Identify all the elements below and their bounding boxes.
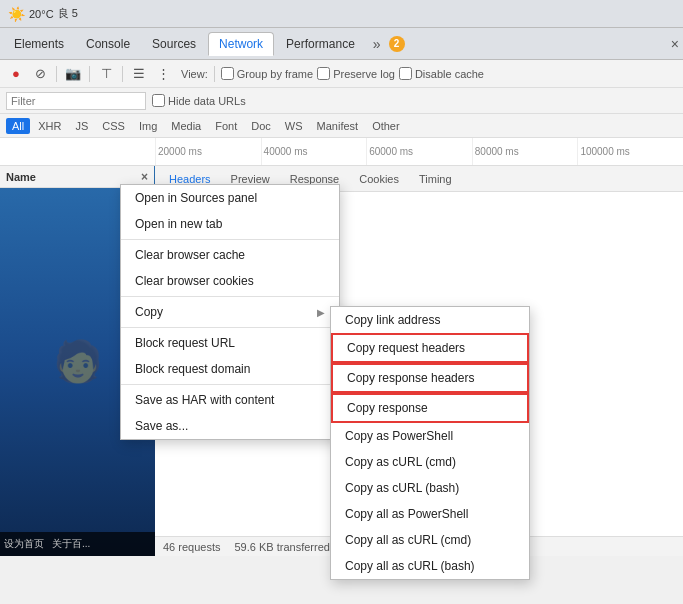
preserve-log-checkbox[interactable] (317, 67, 330, 80)
menu-open-new-tab[interactable]: Open in new tab (121, 211, 339, 237)
stop-button[interactable]: ⊘ (30, 64, 50, 84)
type-doc[interactable]: Doc (245, 118, 277, 134)
weather-temp: 20°C (29, 8, 54, 20)
menu-open-sources-label: Open in Sources panel (135, 191, 257, 205)
devtools-tab-bar: Elements Console Sources Network Perform… (0, 28, 683, 60)
type-manifest[interactable]: Manifest (311, 118, 365, 134)
submenu-copy-powershell[interactable]: Copy as PowerShell (331, 423, 529, 449)
submenu-copy-curl-cmd[interactable]: Copy as cURL (cmd) (331, 449, 529, 475)
preserve-log-option[interactable]: Preserve log (317, 67, 395, 80)
menu-block-domain-label: Block request domain (135, 362, 250, 376)
menu-copy[interactable]: Copy ▶ (121, 299, 339, 325)
menu-open-sources[interactable]: Open in Sources panel (121, 185, 339, 211)
submenu-copy-curl-cmd-label: Copy as cURL (cmd) (345, 455, 456, 469)
filter-button[interactable]: ⊤ (96, 64, 116, 84)
type-img[interactable]: Img (133, 118, 163, 134)
more-tabs-button[interactable]: » (367, 34, 387, 54)
filter-bar: Hide data URLs (0, 88, 683, 114)
menu-separator-4 (121, 384, 339, 385)
waterfall-view-button[interactable]: ⋮ (153, 64, 173, 84)
menu-block-domain[interactable]: Block request domain (121, 356, 339, 382)
tab-timing[interactable]: Timing (409, 169, 462, 191)
submenu-copy-powershell-label: Copy as PowerShell (345, 429, 453, 443)
timeline-bar: 20000 ms 40000 ms 60000 ms 80000 ms 1000… (0, 138, 683, 166)
requests-count: 46 requests (163, 541, 220, 553)
toolbar-separator-3 (122, 66, 123, 82)
tab-cookies[interactable]: Cookies (349, 169, 409, 191)
submenu-copy-all-curl-cmd[interactable]: Copy all as cURL (cmd) (331, 527, 529, 553)
hide-data-urls-checkbox[interactable] (152, 94, 165, 107)
toolbar-separator-1 (56, 66, 57, 82)
disable-cache-label: Disable cache (415, 68, 484, 80)
submenu-copy-curl-bash-label: Copy as cURL (bash) (345, 481, 459, 495)
close-devtools-button[interactable]: × (671, 36, 679, 52)
menu-separator-3 (121, 327, 339, 328)
main-area: 🧑 设为首页 关于百... Name × 🌐 www.baidu super_m… (0, 166, 683, 556)
hide-data-urls-option[interactable]: Hide data URLs (152, 94, 246, 107)
copy-submenu: Copy link address Copy request headers C… (330, 306, 530, 580)
timeline-mark-4: 80000 ms (472, 138, 578, 166)
menu-open-new-tab-label: Open in new tab (135, 217, 222, 231)
disable-cache-option[interactable]: Disable cache (399, 67, 484, 80)
menu-block-url-label: Block request URL (135, 336, 235, 350)
tab-console[interactable]: Console (76, 33, 140, 55)
submenu-copy-link-address[interactable]: Copy link address (331, 307, 529, 333)
group-by-frame-option[interactable]: Group by frame (221, 67, 313, 80)
tab-sources[interactable]: Sources (142, 33, 206, 55)
warning-badge: 2 (389, 36, 405, 52)
browser-bottom-bar: 设为首页 关于百... (0, 532, 155, 556)
timeline-mark-1: 20000 ms (155, 138, 261, 166)
disable-cache-checkbox[interactable] (399, 67, 412, 80)
set-homepage-link[interactable]: 设为首页 (4, 537, 44, 551)
type-font[interactable]: Font (209, 118, 243, 134)
group-by-frame-checkbox[interactable] (221, 67, 234, 80)
submenu-copy-response[interactable]: Copy response (331, 393, 529, 423)
menu-clear-cookies-label: Clear browser cookies (135, 274, 254, 288)
preserve-log-label: Preserve log (333, 68, 395, 80)
record-button[interactable]: ● (6, 64, 26, 84)
list-view-button[interactable]: ☰ (129, 64, 149, 84)
toolbar-separator-4 (214, 66, 215, 82)
type-css[interactable]: CSS (96, 118, 131, 134)
menu-clear-cache[interactable]: Clear browser cache (121, 242, 339, 268)
type-all[interactable]: All (6, 118, 30, 134)
close-panel-button[interactable]: × (141, 170, 148, 184)
type-other[interactable]: Other (366, 118, 406, 134)
submenu-copy-curl-bash[interactable]: Copy as cURL (bash) (331, 475, 529, 501)
menu-save-har[interactable]: Save as HAR with content (121, 387, 339, 413)
type-ws[interactable]: WS (279, 118, 309, 134)
submenu-copy-all-curl-bash[interactable]: Copy all as cURL (bash) (331, 553, 529, 579)
menu-clear-cookies[interactable]: Clear browser cookies (121, 268, 339, 294)
menu-save-as-label: Save as... (135, 419, 188, 433)
timeline-mark-2: 40000 ms (261, 138, 367, 166)
type-js[interactable]: JS (69, 118, 94, 134)
tab-performance[interactable]: Performance (276, 33, 365, 55)
about-link[interactable]: 关于百... (52, 537, 90, 551)
menu-save-as[interactable]: Save as... (121, 413, 339, 439)
timeline-mark-5: 100000 ms (577, 138, 683, 166)
submenu-copy-link-label: Copy link address (345, 313, 440, 327)
submenu-copy-response-label: Copy response (347, 401, 428, 415)
name-column-header: Name (6, 171, 36, 183)
filter-input[interactable] (6, 92, 146, 110)
menu-separator-2 (121, 296, 339, 297)
type-media[interactable]: Media (165, 118, 207, 134)
tab-network[interactable]: Network (208, 32, 274, 56)
air-quality: 良 5 (58, 6, 78, 21)
weather-icon: ☀️ (8, 6, 25, 22)
submenu-arrow: ▶ (317, 307, 325, 318)
tab-elements[interactable]: Elements (4, 33, 74, 55)
menu-clear-cache-label: Clear browser cache (135, 248, 245, 262)
submenu-copy-all-powershell[interactable]: Copy all as PowerShell (331, 501, 529, 527)
submenu-copy-request-headers[interactable]: Copy request headers (331, 333, 529, 363)
type-xhr[interactable]: XHR (32, 118, 67, 134)
group-by-frame-label: Group by frame (237, 68, 313, 80)
network-toolbar: ● ⊘ 📷 ⊤ ☰ ⋮ View: Group by frame Preserv… (0, 60, 683, 88)
menu-block-url[interactable]: Block request URL (121, 330, 339, 356)
timeline-marks: 20000 ms 40000 ms 60000 ms 80000 ms 1000… (155, 138, 683, 166)
timeline-mark-3: 60000 ms (366, 138, 472, 166)
view-label: View: (181, 68, 208, 80)
submenu-copy-response-headers[interactable]: Copy response headers (331, 363, 529, 393)
camera-button[interactable]: 📷 (63, 64, 83, 84)
type-filter-bar: All XHR JS CSS Img Media Font Doc WS Man… (0, 114, 683, 138)
